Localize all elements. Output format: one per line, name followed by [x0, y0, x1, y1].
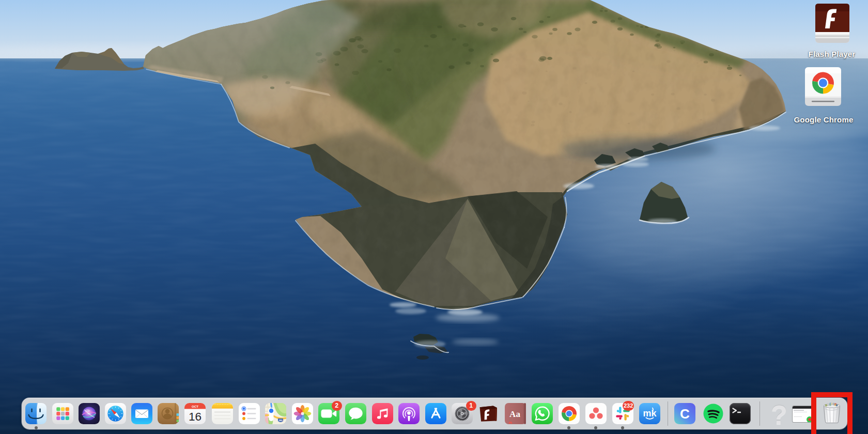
- svg-text:mk: mk: [643, 408, 657, 419]
- svg-text:16: 16: [189, 410, 202, 423]
- svg-text:Aa: Aa: [509, 409, 520, 419]
- svg-text:C: C: [680, 406, 690, 422]
- svg-text:OCT: OCT: [192, 405, 198, 408]
- svg-text:280: 280: [278, 419, 283, 422]
